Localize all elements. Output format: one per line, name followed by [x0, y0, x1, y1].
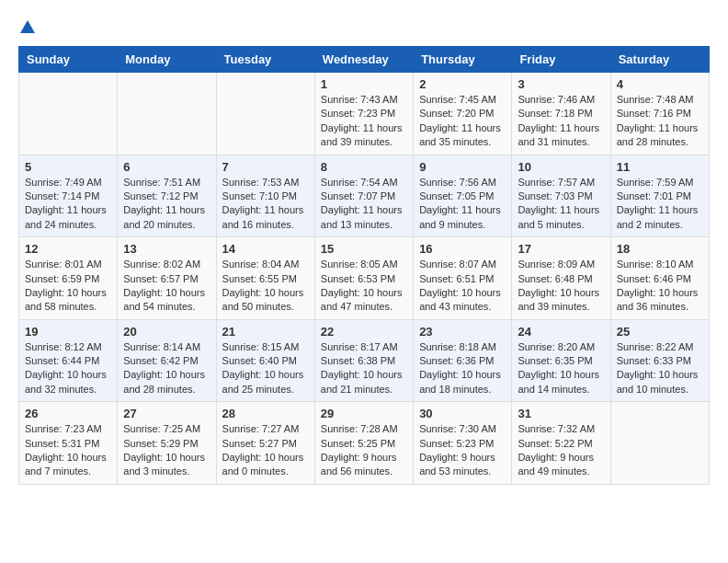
- day-number: 25: [617, 325, 703, 339]
- day-info: Sunrise: 7:43 AM Sunset: 7:23 PM Dayligh…: [321, 93, 407, 150]
- day-info: Sunrise: 8:05 AM Sunset: 6:53 PM Dayligh…: [321, 258, 407, 315]
- calendar-cell: 29Sunrise: 7:28 AM Sunset: 5:25 PM Dayli…: [314, 402, 413, 485]
- calendar-cell: 11Sunrise: 7:59 AM Sunset: 7:01 PM Dayli…: [610, 155, 709, 237]
- calendar-header-row: SundayMondayTuesdayWednesdayThursdayFrid…: [19, 47, 710, 73]
- calendar-week-row: 12Sunrise: 8:01 AM Sunset: 6:59 PM Dayli…: [19, 237, 710, 320]
- day-number: 21: [222, 325, 309, 339]
- calendar-cell: 4Sunrise: 7:48 AM Sunset: 7:16 PM Daylig…: [610, 73, 709, 155]
- calendar-cell: 21Sunrise: 8:15 AM Sunset: 6:40 PM Dayli…: [216, 319, 314, 402]
- calendar-cell: 1Sunrise: 7:43 AM Sunset: 7:23 PM Daylig…: [314, 73, 413, 155]
- day-number: 7: [222, 160, 309, 174]
- day-number: 12: [25, 242, 111, 256]
- day-of-week-header: Friday: [512, 47, 610, 73]
- logo-icon: [19, 18, 36, 35]
- day-info: Sunrise: 7:46 AM Sunset: 7:18 PM Dayligh…: [518, 93, 604, 150]
- day-info: Sunrise: 8:12 AM Sunset: 6:44 PM Dayligh…: [25, 340, 111, 397]
- day-info: Sunrise: 8:22 AM Sunset: 6:33 PM Dayligh…: [617, 340, 703, 397]
- day-info: Sunrise: 7:59 AM Sunset: 7:01 PM Dayligh…: [617, 176, 703, 233]
- calendar-cell: 8Sunrise: 7:54 AM Sunset: 7:07 PM Daylig…: [314, 155, 413, 237]
- day-number: 3: [518, 77, 604, 91]
- day-info: Sunrise: 7:57 AM Sunset: 7:03 PM Dayligh…: [518, 176, 604, 233]
- day-number: 15: [321, 242, 407, 256]
- calendar-cell: 24Sunrise: 8:20 AM Sunset: 6:35 PM Dayli…: [512, 319, 610, 402]
- calendar-cell: 30Sunrise: 7:30 AM Sunset: 5:23 PM Dayli…: [414, 402, 512, 485]
- day-number: 10: [518, 160, 604, 174]
- logo: [18, 18, 37, 31]
- day-info: Sunrise: 8:15 AM Sunset: 6:40 PM Dayligh…: [222, 340, 309, 397]
- calendar-cell: 9Sunrise: 7:56 AM Sunset: 7:05 PM Daylig…: [414, 155, 512, 237]
- calendar-cell: 27Sunrise: 7:25 AM Sunset: 5:29 PM Dayli…: [118, 402, 216, 485]
- day-number: 27: [123, 407, 210, 420]
- day-info: Sunrise: 7:54 AM Sunset: 7:07 PM Dayligh…: [321, 176, 407, 233]
- calendar-cell: 26Sunrise: 7:23 AM Sunset: 5:31 PM Dayli…: [19, 402, 118, 485]
- day-info: Sunrise: 7:28 AM Sunset: 5:25 PM Dayligh…: [321, 422, 407, 479]
- page-header: [18, 18, 710, 31]
- day-number: 23: [419, 325, 506, 339]
- day-of-week-header: Saturday: [610, 47, 709, 73]
- day-number: 26: [25, 407, 111, 420]
- calendar-week-row: 19Sunrise: 8:12 AM Sunset: 6:44 PM Dayli…: [19, 319, 710, 402]
- calendar-cell: 25Sunrise: 8:22 AM Sunset: 6:33 PM Dayli…: [610, 319, 709, 402]
- day-of-week-header: Monday: [118, 47, 216, 73]
- calendar-week-row: 26Sunrise: 7:23 AM Sunset: 5:31 PM Dayli…: [19, 402, 710, 485]
- day-info: Sunrise: 7:25 AM Sunset: 5:29 PM Dayligh…: [123, 422, 210, 479]
- calendar-cell: 17Sunrise: 8:09 AM Sunset: 6:48 PM Dayli…: [512, 237, 610, 320]
- calendar-cell: 13Sunrise: 8:02 AM Sunset: 6:57 PM Dayli…: [118, 237, 216, 320]
- calendar-table: SundayMondayTuesdayWednesdayThursdayFrid…: [18, 46, 710, 485]
- day-info: Sunrise: 7:32 AM Sunset: 5:22 PM Dayligh…: [518, 422, 604, 479]
- calendar-cell: 12Sunrise: 8:01 AM Sunset: 6:59 PM Dayli…: [19, 237, 118, 320]
- calendar-cell: 16Sunrise: 8:07 AM Sunset: 6:51 PM Dayli…: [414, 237, 512, 320]
- calendar-week-row: 5Sunrise: 7:49 AM Sunset: 7:14 PM Daylig…: [19, 155, 710, 237]
- day-info: Sunrise: 7:56 AM Sunset: 7:05 PM Dayligh…: [419, 176, 506, 233]
- calendar-cell: [118, 73, 216, 155]
- day-number: 16: [419, 242, 506, 256]
- day-info: Sunrise: 8:14 AM Sunset: 6:42 PM Dayligh…: [123, 340, 210, 397]
- day-number: 5: [25, 160, 111, 174]
- svg-marker-0: [20, 20, 35, 33]
- day-number: 4: [617, 77, 703, 91]
- day-info: Sunrise: 7:30 AM Sunset: 5:23 PM Dayligh…: [419, 422, 506, 479]
- day-number: 17: [518, 242, 604, 256]
- day-number: 22: [321, 325, 407, 339]
- calendar-cell: 28Sunrise: 7:27 AM Sunset: 5:27 PM Dayli…: [216, 402, 314, 485]
- day-number: 28: [222, 407, 309, 420]
- calendar-cell: 10Sunrise: 7:57 AM Sunset: 7:03 PM Dayli…: [512, 155, 610, 237]
- day-info: Sunrise: 7:48 AM Sunset: 7:16 PM Dayligh…: [617, 93, 703, 150]
- day-number: 9: [419, 160, 506, 174]
- day-info: Sunrise: 8:04 AM Sunset: 6:55 PM Dayligh…: [222, 258, 309, 315]
- calendar-cell: 7Sunrise: 7:53 AM Sunset: 7:10 PM Daylig…: [216, 155, 314, 237]
- calendar-cell: [19, 73, 118, 155]
- day-of-week-header: Thursday: [414, 47, 512, 73]
- day-number: 31: [518, 407, 604, 420]
- calendar-cell: 22Sunrise: 8:17 AM Sunset: 6:38 PM Dayli…: [314, 319, 413, 402]
- calendar-cell: 3Sunrise: 7:46 AM Sunset: 7:18 PM Daylig…: [512, 73, 610, 155]
- day-info: Sunrise: 7:51 AM Sunset: 7:12 PM Dayligh…: [123, 176, 210, 233]
- calendar-cell: [216, 73, 314, 155]
- day-info: Sunrise: 7:49 AM Sunset: 7:14 PM Dayligh…: [25, 176, 111, 233]
- day-info: Sunrise: 7:23 AM Sunset: 5:31 PM Dayligh…: [25, 422, 111, 479]
- day-number: 2: [419, 77, 506, 91]
- day-number: 1: [321, 77, 407, 91]
- day-info: Sunrise: 8:20 AM Sunset: 6:35 PM Dayligh…: [518, 340, 604, 397]
- day-info: Sunrise: 8:09 AM Sunset: 6:48 PM Dayligh…: [518, 258, 604, 315]
- day-info: Sunrise: 8:17 AM Sunset: 6:38 PM Dayligh…: [321, 340, 407, 397]
- day-info: Sunrise: 7:45 AM Sunset: 7:20 PM Dayligh…: [419, 93, 506, 150]
- calendar-cell: 5Sunrise: 7:49 AM Sunset: 7:14 PM Daylig…: [19, 155, 118, 237]
- day-info: Sunrise: 8:01 AM Sunset: 6:59 PM Dayligh…: [25, 258, 111, 315]
- calendar-cell: 18Sunrise: 8:10 AM Sunset: 6:46 PM Dayli…: [610, 237, 709, 320]
- day-number: 6: [123, 160, 210, 174]
- calendar-week-row: 1Sunrise: 7:43 AM Sunset: 7:23 PM Daylig…: [19, 73, 710, 155]
- day-number: 11: [617, 160, 703, 174]
- calendar-cell: 15Sunrise: 8:05 AM Sunset: 6:53 PM Dayli…: [314, 237, 413, 320]
- day-info: Sunrise: 8:07 AM Sunset: 6:51 PM Dayligh…: [419, 258, 506, 315]
- day-number: 8: [321, 160, 407, 174]
- day-number: 13: [123, 242, 210, 256]
- calendar-cell: 23Sunrise: 8:18 AM Sunset: 6:36 PM Dayli…: [414, 319, 512, 402]
- day-info: Sunrise: 7:27 AM Sunset: 5:27 PM Dayligh…: [222, 422, 309, 479]
- calendar-cell: 20Sunrise: 8:14 AM Sunset: 6:42 PM Dayli…: [118, 319, 216, 402]
- day-number: 19: [25, 325, 111, 339]
- calendar-cell: 2Sunrise: 7:45 AM Sunset: 7:20 PM Daylig…: [414, 73, 512, 155]
- day-of-week-header: Wednesday: [314, 47, 413, 73]
- day-info: Sunrise: 7:53 AM Sunset: 7:10 PM Dayligh…: [222, 176, 309, 233]
- day-number: 14: [222, 242, 309, 256]
